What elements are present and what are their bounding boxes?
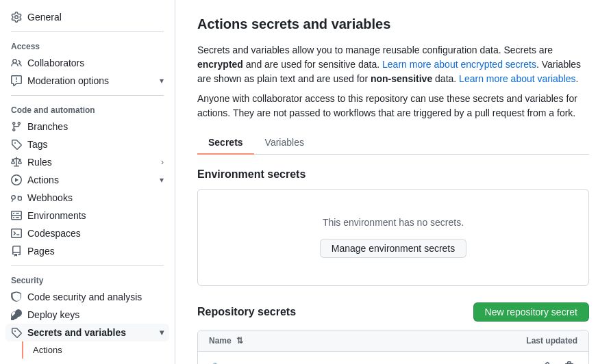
sidebar-general-section: General [0, 8, 175, 26]
sidebar-item-webhooks[interactable]: Webhooks [5, 189, 169, 207]
webhook-icon [11, 192, 22, 203]
new-repository-secret-button[interactable]: New repository secret [473, 302, 589, 322]
desc1-rest: and are used for sensitive data. [243, 59, 382, 70]
delete-icon-codacy[interactable] [561, 359, 577, 364]
sidebar-sub-item-codespaces[interactable]: Codespaces [22, 359, 169, 364]
sidebar-item-collaborators[interactable]: Collaborators [5, 54, 169, 72]
deploy-keys-label: Deploy keys [27, 309, 79, 320]
environments-label: Environments [27, 210, 86, 221]
law-icon [11, 157, 22, 168]
server-icon [11, 210, 22, 221]
env-empty-message: This environment has no secrets. [212, 217, 575, 228]
report-icon [11, 75, 22, 86]
codespaces-label: Codespaces [27, 228, 81, 239]
chevron-right-icon: › [161, 157, 164, 167]
tags-label: Tags [27, 139, 48, 150]
sidebar-item-pages[interactable]: Pages [5, 242, 169, 260]
repo-secrets-header: Repository secrets New repository secret [197, 302, 589, 322]
sidebar-item-rules[interactable]: Rules › [5, 153, 169, 171]
sidebar-item-actions[interactable]: Actions ▾ [5, 171, 169, 189]
desc1-bold2: non-sensitive [371, 73, 432, 84]
pages-label: Pages [27, 246, 55, 257]
sidebar-item-general[interactable]: General [5, 8, 169, 26]
sidebar-item-deploy-keys[interactable]: Deploy keys [5, 306, 169, 324]
page-title: Actions secrets and variables [197, 16, 589, 32]
sort-icon[interactable]: ⇅ [236, 336, 243, 346]
secrets-table: Name ⇅ Last updated 🔒 CODACY_PROJECT_TOK… [197, 330, 589, 364]
security-label: Security [5, 272, 169, 288]
manage-env-secrets-button[interactable]: Manage environment secrets [320, 239, 467, 258]
codespace-icon [11, 228, 22, 239]
sidebar-sub-item-actions[interactable]: Actions [22, 341, 169, 359]
tab-secrets[interactable]: Secrets [197, 131, 254, 155]
sidebar-item-code-security[interactable]: Code security and analysis [5, 288, 169, 306]
divider-2 [11, 95, 164, 96]
desc1-bold: encrypted [197, 59, 243, 70]
env-secrets-box: This environment has no secrets. Manage … [197, 189, 589, 286]
tag-icon [11, 139, 22, 150]
desc1-end: data. [432, 73, 459, 84]
actions-sub-label: Actions [33, 345, 62, 355]
sidebar-item-tags[interactable]: Tags [5, 135, 169, 153]
divider-3 [11, 265, 164, 266]
divider-1 [11, 31, 164, 32]
table-row: 🔒 CODACY_PROJECT_TOKEN 7 hours ago [198, 352, 588, 364]
collaborators-label: Collaborators [27, 57, 84, 68]
git-branch-icon [11, 121, 22, 132]
gear-icon [11, 12, 22, 23]
tab-variables[interactable]: Variables [254, 131, 315, 155]
sidebar-item-moderation[interactable]: Moderation options ▾ [5, 72, 169, 90]
chevron-down-icon: ▾ [160, 76, 164, 86]
key-icon [11, 309, 22, 320]
sidebar-general-label: General [27, 12, 62, 23]
chevron-down-icon-actions: ▾ [160, 175, 164, 185]
pages-icon [11, 246, 22, 257]
table-header: Name ⇅ Last updated [198, 330, 588, 352]
plus-circle-icon [11, 327, 22, 338]
secrets-sub-items: Actions Codespaces [5, 341, 169, 364]
access-label: Access [5, 38, 169, 54]
main-content: Actions secrets and variables Secrets an… [175, 0, 611, 364]
secrets-variables-label: Secrets and variables [27, 327, 126, 338]
moderation-label: Moderation options [27, 75, 109, 86]
sidebar-item-codespaces[interactable]: Codespaces [5, 224, 169, 242]
link-variables[interactable]: Learn more about variables [459, 73, 575, 84]
sidebar-item-branches[interactable]: Branches [5, 118, 169, 135]
code-section-label: Code and automation [5, 101, 169, 118]
webhooks-label: Webhooks [27, 192, 73, 203]
sidebar-item-environments[interactable]: Environments [5, 207, 169, 224]
shield-icon [11, 291, 22, 302]
chevron-down-icon-secrets: ▾ [160, 328, 164, 337]
edit-icon-codacy[interactable] [536, 359, 553, 364]
link-encrypted-secrets[interactable]: Learn more about encrypted secrets [382, 59, 536, 70]
description-1: Secrets and variables allow you to manag… [197, 43, 589, 86]
repo-secrets-title: Repository secrets [197, 306, 296, 318]
desc1-text: Secrets and variables allow you to manag… [197, 44, 553, 55]
sidebar-security-section: Security Code security and analysis Depl… [0, 272, 175, 364]
sidebar-access-section: Access Collaborators Moderation options … [0, 38, 175, 90]
env-secrets-title: Environment secrets [197, 168, 589, 181]
col-name: Name ⇅ [209, 336, 243, 346]
branches-label: Branches [27, 121, 68, 132]
play-icon [11, 174, 22, 185]
people-icon [11, 57, 22, 68]
description-2: Anyone with collaborator access to this … [197, 92, 589, 120]
tabs-container: Secrets Variables [197, 131, 589, 155]
row-meta-codacy: 7 hours ago [481, 359, 577, 364]
sidebar-code-section: Code and automation Branches Tags Rules … [0, 101, 175, 260]
rules-label: Rules [27, 157, 52, 168]
col-updated: Last updated [526, 336, 577, 346]
code-security-label: Code security and analysis [27, 291, 142, 302]
actions-label: Actions [27, 174, 59, 185]
sidebar: General Access Collaborators Moderation … [0, 0, 175, 364]
sidebar-item-secrets-variables[interactable]: Secrets and variables ▾ [5, 324, 169, 341]
